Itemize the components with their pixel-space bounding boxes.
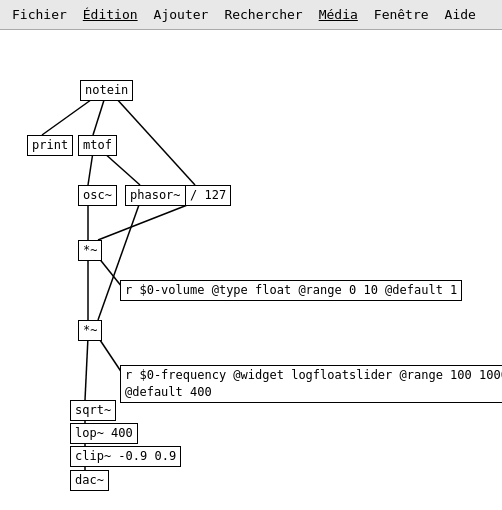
svg-line-2: [115, 97, 195, 185]
pd-box-sqrt[interactable]: sqrt~: [70, 400, 116, 421]
svg-line-9: [98, 202, 140, 320]
pd-box-osc[interactable]: osc~: [78, 185, 117, 206]
menu-item-édition[interactable]: Édition: [75, 3, 146, 26]
pd-box-recv_vol[interactable]: r $0-volume @type float @range 0 10 @def…: [120, 280, 462, 301]
menu-item-média[interactable]: Média: [311, 3, 366, 26]
pd-box-div127[interactable]: / 127: [185, 185, 231, 206]
svg-line-1: [93, 97, 105, 135]
svg-line-0: [42, 97, 95, 135]
svg-line-4: [103, 152, 140, 185]
pd-box-dac[interactable]: dac~: [70, 470, 109, 491]
menu-item-ajouter[interactable]: Ajouter: [146, 3, 217, 26]
pd-box-mul1[interactable]: *~: [78, 240, 102, 261]
pd-box-print[interactable]: print: [27, 135, 73, 156]
pd-box-mtof[interactable]: mtof: [78, 135, 117, 156]
pd-box-phasor[interactable]: phasor~: [125, 185, 186, 206]
menu-bar: FichierÉditionAjouterRechercherMédiaFenê…: [0, 0, 502, 30]
pd-box-mul2[interactable]: *~: [78, 320, 102, 341]
svg-line-6: [98, 202, 195, 240]
menu-item-fenêtre[interactable]: Fenêtre: [366, 3, 437, 26]
pd-box-notein[interactable]: notein: [80, 80, 133, 101]
menu-item-fichier[interactable]: Fichier: [4, 3, 75, 26]
pd-box-lop[interactable]: lop~ 400: [70, 423, 138, 444]
pd-box-recv_freq[interactable]: r $0-frequency @widget logfloatslider @r…: [120, 365, 502, 403]
svg-line-3: [88, 152, 93, 185]
svg-line-11: [85, 337, 88, 400]
menu-item-aide[interactable]: Aide: [437, 3, 484, 26]
patch-canvas: noteinprintmtofosc~phasor~/ 127*~r $0-vo…: [0, 30, 502, 510]
menu-item-rechercher[interactable]: Rechercher: [216, 3, 310, 26]
pd-box-clip[interactable]: clip~ -0.9 0.9: [70, 446, 181, 467]
